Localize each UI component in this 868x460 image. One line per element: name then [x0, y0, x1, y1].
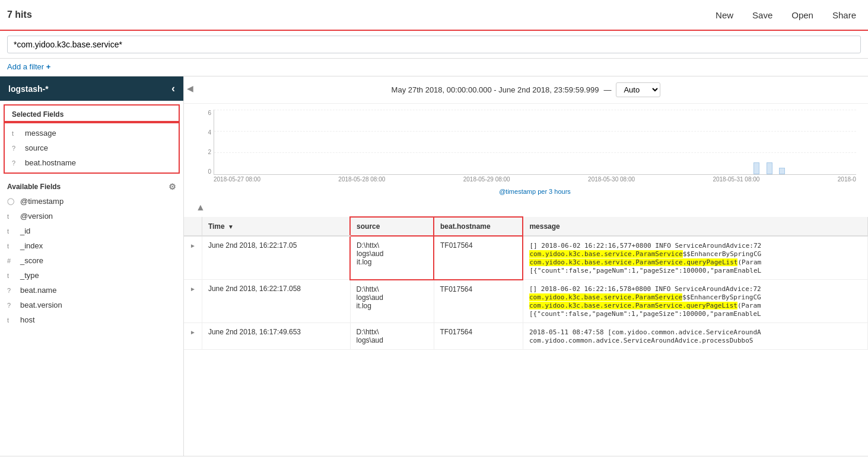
- x-label-3: 2018-05-29 08:00: [463, 176, 510, 183]
- message-mid-1: $$EnhancerBySpringCG: [683, 250, 761, 258]
- th-message: message: [523, 217, 867, 236]
- sidebar: logstash-* ‹ Selected Fields t message ?…: [0, 76, 184, 456]
- field-name-beat-version: beat.version: [20, 301, 62, 309]
- field-name-beat-hostname: beat.hostname: [25, 158, 76, 167]
- field-type-timestamp: ◯: [7, 197, 17, 205]
- field-name-score: _score: [20, 256, 43, 265]
- source-cell: D:\httx\logs\aud: [350, 323, 434, 350]
- table-body: ► June 2nd 2018, 16:22:17.05 D:\httx\log…: [184, 236, 868, 350]
- index-pattern[interactable]: logstash-* ‹: [0, 76, 183, 101]
- grid-line-mid1: [214, 131, 856, 132]
- available-field-index[interactable]: t _index: [0, 238, 183, 253]
- available-field-version[interactable]: t @version: [0, 209, 183, 223]
- chart-timestamp-label: @timestamp per 3 hours: [214, 187, 856, 199]
- available-field-id[interactable]: t _id: [0, 223, 183, 238]
- th-expand: [184, 217, 202, 236]
- available-field-beat-name[interactable]: ? beat.name: [0, 283, 183, 298]
- message-cell: 2018-05-11 08:47:58 [com.yidoo.common.ad…: [523, 323, 867, 350]
- available-field-type[interactable]: t _type: [0, 268, 183, 283]
- y-label-2: 2: [208, 149, 211, 155]
- expand-cell[interactable]: ►: [184, 323, 202, 350]
- source-cell: D:\httx\logs\audit.log: [350, 236, 434, 280]
- available-field-timestamp[interactable]: ◯ @timestamp: [0, 194, 183, 209]
- field-type-source: ?: [12, 145, 21, 152]
- share-button[interactable]: Share: [828, 8, 861, 23]
- x-label-4: 2018-05-30 08:00: [588, 176, 635, 183]
- selected-fields-box: t message ? source ? beat.hostname: [4, 122, 180, 174]
- message-mid-2: (Param: [737, 302, 761, 309]
- time-cell: June 2nd 2018, 16:22:17.058: [202, 280, 350, 323]
- search-input[interactable]: [7, 36, 861, 53]
- gear-icon[interactable]: ⚙: [168, 182, 176, 191]
- chart-bar-1: [753, 162, 759, 174]
- available-field-host[interactable]: t host: [0, 312, 183, 327]
- x-label-2: 2018-05-28 08:00: [338, 176, 385, 183]
- field-type-host: t: [7, 317, 17, 324]
- selected-field-message[interactable]: t message: [5, 126, 179, 140]
- table-header: Time ▼ source beat.hostname message: [184, 217, 868, 236]
- field-name-host: host: [20, 315, 35, 324]
- grid-line-top: [214, 110, 856, 110]
- hostname-cell: TF017564: [434, 323, 523, 350]
- save-button[interactable]: Save: [748, 8, 777, 23]
- scroll-up-button[interactable]: ▲: [196, 202, 856, 213]
- x-label-6: 2018-0: [838, 176, 856, 183]
- y-label-0: 0: [208, 168, 211, 175]
- message-mid-1: $$EnhancerBySpringCG: [682, 293, 761, 301]
- available-fields-title: Available Fields: [7, 183, 61, 191]
- auto-select[interactable]: Auto 1 hour 1 day: [616, 82, 660, 97]
- date-range-bar: May 27th 2018, 00:00:00.000 - June 2nd 2…: [184, 76, 868, 104]
- field-name-timestamp: @timestamp: [20, 197, 63, 206]
- open-button[interactable]: Open: [787, 8, 818, 23]
- add-filter-button[interactable]: Add a filter +: [7, 62, 50, 71]
- message-prefix: [] 2018-06-02 16:22:16,578+0800 INFO Ser…: [529, 285, 761, 293]
- available-field-score[interactable]: # _score: [0, 253, 183, 268]
- expand-icon[interactable]: ►: [190, 242, 196, 249]
- expand-cell[interactable]: ►: [184, 236, 202, 280]
- chart-plot: [214, 110, 856, 175]
- th-message-label: message: [529, 222, 559, 231]
- message-prefix: 2018-05-11 08:47:58 [com.yidoo.common.ad…: [529, 328, 761, 336]
- message-mid-2: (Param: [737, 258, 761, 266]
- new-button[interactable]: New: [711, 8, 738, 23]
- message-end: [{"count":false,"pageNum":1,"pageSize":1…: [529, 310, 761, 318]
- collapse-sidebar-button[interactable]: ◀: [184, 82, 196, 94]
- th-time[interactable]: Time ▼: [202, 217, 350, 236]
- date-range-text: May 27th 2018, 00:00:00.000 - June 2nd 2…: [392, 85, 599, 94]
- field-type-beat-version: ?: [7, 302, 17, 309]
- source-cell: D:\httx\logs\audit.log: [350, 280, 434, 323]
- chevron-left-icon: ‹: [171, 82, 175, 95]
- field-type-id: t: [7, 228, 17, 235]
- hits-count: 7 hits: [7, 9, 32, 20]
- table-row: ► June 2nd 2018, 16:17:49.653 D:\httx\lo…: [184, 323, 868, 350]
- field-name-beat-name: beat.name: [20, 286, 56, 295]
- available-field-beat-version[interactable]: ? beat.version: [0, 298, 183, 312]
- field-type-beat-name: ?: [7, 287, 17, 294]
- table-row: ► June 2nd 2018, 16:22:17.05 D:\httx\log…: [184, 236, 868, 280]
- expand-icon[interactable]: ►: [190, 329, 196, 336]
- field-name-source: source: [25, 143, 48, 152]
- message-prefix: [] 2018-06-02 16:22:16,577+0800 INFO Ser…: [529, 242, 761, 250]
- th-source: source: [350, 217, 434, 236]
- top-actions: New Save Open Share: [711, 8, 861, 23]
- field-type-message: t: [12, 130, 21, 137]
- field-name-id: _id: [20, 226, 30, 235]
- message-end: [{"count":false,"pageNum":1,"pageSize":1…: [529, 267, 761, 274]
- field-name-message: message: [25, 129, 56, 138]
- sort-icon: ▼: [228, 223, 234, 230]
- th-beat-hostname-label: beat.hostname: [440, 222, 491, 231]
- results-table: Time ▼ source beat.hostname message: [184, 216, 868, 350]
- x-label-5: 2018-05-31 08:00: [713, 176, 759, 183]
- th-beat-hostname: beat.hostname: [434, 217, 523, 236]
- field-type-type: t: [7, 272, 17, 279]
- chart-y-axis: 6 4 2 0: [196, 110, 214, 175]
- selected-field-source[interactable]: ? source: [5, 140, 179, 155]
- chart-container: 6 4 2 0 2018-05-27 08:00 2018-05-28 0: [196, 110, 856, 187]
- expand-cell[interactable]: ►: [184, 280, 202, 323]
- chart-bar-2: [767, 162, 772, 174]
- index-pattern-label: logstash-*: [8, 84, 49, 94]
- expand-icon[interactable]: ►: [190, 286, 196, 292]
- th-source-label: source: [357, 222, 380, 231]
- time-cell: June 2nd 2018, 16:17:49.653: [202, 323, 350, 350]
- selected-field-beat-hostname[interactable]: ? beat.hostname: [5, 155, 179, 170]
